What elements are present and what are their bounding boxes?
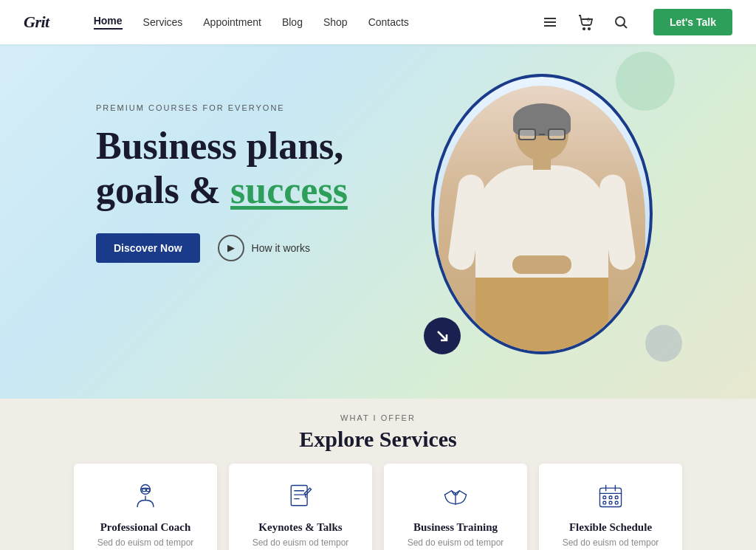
service-card-training[interactable]: Business Training Sed do euism od tempor [384,464,527,550]
service-card-keynote[interactable]: Keynotes & Talks Sed do euism od tempor [229,464,372,550]
hero-content: Premium Courses for Everyone Business pl… [96,103,348,263]
hero-image-area [416,59,667,384]
discover-now-button[interactable]: Discover Now [96,233,200,263]
svg-rect-11 [146,489,150,492]
nav-link-blog[interactable]: Blog [282,16,303,28]
service-desc-keynote: Sed do euism od tempor [252,537,349,549]
play-icon: ▶ [218,235,244,261]
menu-icon[interactable] [538,10,562,34]
hero-portrait-circle [431,74,653,354]
nav-link-appointment[interactable]: Appointment [203,16,261,28]
coach-icon [128,478,163,514]
service-card-coach[interactable]: Professional Coach Sed do euism od tempo… [74,464,217,550]
hero-section: Premium Courses for Everyone Business pl… [0,44,756,399]
svg-rect-27 [603,501,606,504]
navbar: Grit Home Services Appointment Blog Shop… [0,0,756,44]
hero-overline: Premium Courses for Everyone [96,103,348,112]
deco-circle-1 [616,52,675,111]
nav-icons: 0 Let's Talk [538,9,732,35]
service-name-coach: Professional Coach [100,521,191,534]
service-desc-coach: Sed do euism od tempor [97,537,194,549]
how-it-works-label: How it works [252,242,310,254]
svg-rect-28 [609,501,612,504]
svg-point-3 [583,28,585,30]
svg-rect-26 [615,496,618,499]
svg-point-6 [616,17,625,26]
services-overline: What I Offer [0,413,756,422]
deco-circle-2 [645,325,682,362]
svg-rect-29 [615,501,618,504]
search-icon[interactable] [609,10,633,34]
hero-title-line2: goals & [96,169,230,211]
services-title: Explore Services [0,427,756,452]
nav-link-services[interactable]: Services [143,16,183,28]
keynote-icon [283,478,318,514]
svg-rect-24 [603,496,606,499]
nav-link-home[interactable]: Home [94,15,123,30]
training-icon [438,478,473,514]
how-it-works-button[interactable]: ▶ How it works [218,235,310,261]
svg-rect-10 [142,489,145,492]
service-card-schedule[interactable]: Flexible Schedule Sed do euism od tempor [539,464,682,550]
logo[interactable]: Grit [24,13,49,32]
hero-title-highlight: success [230,169,348,211]
service-desc-training: Sed do euism od tempor [408,537,504,549]
hero-person-illustration [439,86,645,351]
hero-actions: Discover Now ▶ How it works [96,233,348,263]
nav-links: Home Services Appointment Blog Shop Cont… [94,15,538,30]
svg-point-4 [588,28,590,30]
service-name-training: Business Training [413,521,498,534]
services-section: What I Offer Explore Services [0,399,756,550]
schedule-icon [593,478,628,514]
svg-line-7 [624,25,628,29]
service-name-keynote: Keynotes & Talks [258,521,342,534]
nav-link-contacts[interactable]: Contacts [368,16,409,28]
hero-title-line1: Business plans, [96,125,343,167]
cart-icon[interactable]: 0 [574,10,597,34]
svg-text:0: 0 [587,17,590,22]
services-grid: Professional Coach Sed do euism od tempo… [0,464,756,550]
services-header: What I Offer Explore Services [0,413,756,452]
hero-title: Business plans, goals & success [96,124,348,213]
lets-talk-button[interactable]: Let's Talk [653,9,732,35]
svg-line-8 [438,331,447,340]
service-name-schedule: Flexible Schedule [569,521,652,534]
service-desc-schedule: Sed do euism od tempor [563,537,659,549]
logo-text: Grit [24,13,49,31]
hero-scroll-arrow[interactable] [424,317,461,354]
nav-link-shop[interactable]: Shop [323,16,348,28]
svg-rect-25 [609,496,612,499]
